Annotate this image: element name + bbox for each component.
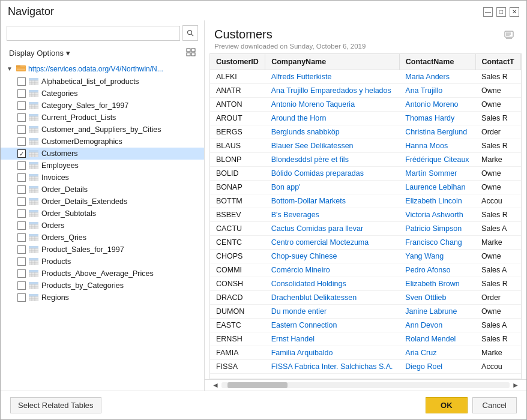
tree-checkbox[interactable]: [17, 233, 26, 242]
table-row: FAMIAFamilia ArquibaldoAria CruzMarke: [210, 346, 521, 360]
tree-checkbox[interactable]: [17, 137, 26, 146]
h-scroll-track[interactable]: [221, 382, 510, 388]
tree-checkbox[interactable]: [17, 161, 26, 170]
tree-item-label: Order_Details_Extendeds: [41, 197, 127, 206]
table-cell: Ernst Handel: [265, 332, 400, 346]
select-related-tables-button[interactable]: Select Related Tables: [10, 397, 101, 413]
cancel-button[interactable]: Cancel: [472, 397, 517, 413]
svg-rect-28: [29, 102, 38, 104]
table-cell: ALFKI: [210, 70, 265, 84]
tree-item[interactable]: Order_Details_Extendeds: [1, 196, 204, 208]
svg-rect-8: [17, 67, 25, 67]
tree-item[interactable]: Regions: [1, 292, 204, 304]
tree-item[interactable]: Products: [1, 256, 204, 268]
table-cell: Owne: [475, 250, 520, 263]
close-button[interactable]: ✕: [510, 7, 519, 17]
h-scroll-thumb[interactable]: [227, 382, 288, 388]
tree-item[interactable]: Employees: [1, 160, 204, 172]
tree-checkbox[interactable]: [17, 257, 26, 266]
tree-checkbox[interactable]: [17, 281, 26, 290]
tree-item[interactable]: ✓ Customers: [1, 148, 204, 160]
table-cell: Owne: [475, 181, 520, 194]
tree-item[interactable]: Categories: [1, 88, 204, 100]
table-cell: Sales R: [475, 277, 520, 291]
preview-title: Customers: [214, 28, 366, 41]
table-cell: BOLID: [210, 167, 265, 181]
tree-item-label: Order_Details: [41, 185, 88, 194]
tree-item[interactable]: Invoices: [1, 172, 204, 184]
table-cell: Sales R: [475, 208, 520, 222]
table-cell: Sales R: [475, 112, 520, 125]
table-cell: Order: [475, 291, 520, 305]
table-cell: Marke: [475, 346, 520, 360]
tree-checkbox[interactable]: [17, 101, 26, 110]
tree-checkbox[interactable]: [17, 77, 26, 86]
tree-items-container: Alphabetical_list_of_products Categories…: [1, 76, 204, 304]
display-options-button[interactable]: Display Options ▾: [7, 47, 73, 59]
table-cell: Victoria Ashworth: [399, 208, 475, 222]
tree-checkbox[interactable]: [17, 197, 26, 206]
tree-checkbox[interactable]: [17, 269, 26, 278]
ok-button[interactable]: OK: [426, 397, 468, 413]
tree-root-label: https://services.odata.org/V4/Northwin/N…: [28, 65, 163, 73]
table-row: CACTUCactus Comidas para llevarPatricio …: [210, 222, 521, 236]
search-button[interactable]: [182, 25, 198, 41]
tree-checkbox[interactable]: [17, 173, 26, 182]
table-cell: Bon app': [265, 181, 400, 194]
tree-item[interactable]: Orders_Qries: [1, 232, 204, 244]
display-options-bar: Display Options ▾: [1, 46, 204, 62]
tree-item[interactable]: Alphabetical_list_of_products: [1, 76, 204, 88]
tree-checkbox[interactable]: [17, 209, 26, 218]
scroll-left-arrow[interactable]: ◄: [209, 381, 221, 389]
data-table-container[interactable]: CustomerID CompanyName ContactName Conta…: [209, 53, 522, 379]
tree-item[interactable]: Category_Sales_for_1997: [1, 100, 204, 112]
tree-item[interactable]: Order_Subtotals: [1, 208, 204, 220]
view-toggle-button[interactable]: [184, 47, 198, 59]
maximize-button[interactable]: □: [496, 7, 506, 17]
table-cell: Antonio Moreno Taqueria: [265, 98, 400, 112]
tree-checkbox[interactable]: [17, 89, 26, 98]
table-cell: Yang Wang: [399, 250, 475, 263]
tree-item-label: Alphabetical_list_of_products: [41, 77, 139, 86]
tree-checkbox[interactable]: [17, 245, 26, 254]
table-cell: Ana Trujillo: [399, 84, 475, 98]
tree-item[interactable]: Customer_and_Suppliers_by_Cities: [1, 124, 204, 136]
tree-root-item[interactable]: ▼ https://services.odata.org/V4/Northwin…: [1, 62, 204, 76]
svg-rect-70: [29, 186, 38, 188]
table-cell: Janine Labrune: [399, 305, 475, 319]
table-cell: Owne: [475, 98, 520, 112]
tree-item[interactable]: Products_by_Categories: [1, 280, 204, 292]
tree-item-label: Customer_and_Suppliers_by_Cities: [41, 125, 161, 134]
tree-item[interactable]: Orders: [1, 220, 204, 232]
tree-checkbox[interactable]: ✓: [17, 149, 26, 158]
tree-area[interactable]: ▼ https://services.odata.org/V4/Northwin…: [1, 62, 204, 391]
table-icon: [29, 270, 38, 277]
table-row: BLAUSBlauer See DelikatessenHanna MoosSa…: [210, 139, 521, 153]
tree-item-label: Regions: [41, 293, 69, 302]
tree-checkbox[interactable]: [17, 293, 26, 302]
tree-checkbox[interactable]: [17, 113, 26, 122]
table-cell: Francisco Chang: [399, 236, 475, 250]
minimize-button[interactable]: —: [483, 7, 493, 17]
table-cell: Blondesddsl père et fils: [265, 153, 400, 167]
tree-item[interactable]: Current_Product_Lists: [1, 112, 204, 124]
tree-item[interactable]: Products_Above_Average_Prices: [1, 268, 204, 280]
table-cell: Owne: [475, 167, 520, 181]
table-row: DUMONDu monde entierJanine LabruneOwne: [210, 305, 521, 319]
table-icon: [29, 210, 38, 217]
scroll-right-arrow[interactable]: ►: [510, 381, 522, 389]
col-companyname: CompanyName: [265, 54, 400, 70]
tree-checkbox[interactable]: [17, 185, 26, 194]
svg-rect-2: [187, 49, 190, 52]
window-controls: — □ ✕: [483, 7, 519, 17]
tree-checkbox[interactable]: [17, 221, 26, 230]
table-cell: Du monde entier: [265, 305, 400, 319]
search-input[interactable]: [7, 26, 180, 41]
tree-item[interactable]: Order_Details: [1, 184, 204, 196]
preview-edit-button[interactable]: [501, 28, 517, 46]
tree-item[interactable]: CustomerDemographics: [1, 136, 204, 148]
tree-checkbox[interactable]: [17, 125, 26, 134]
table-cell: ERNSH: [210, 332, 265, 346]
tree-item[interactable]: Product_Sales_for_1997: [1, 244, 204, 256]
table-icon: [29, 126, 38, 133]
